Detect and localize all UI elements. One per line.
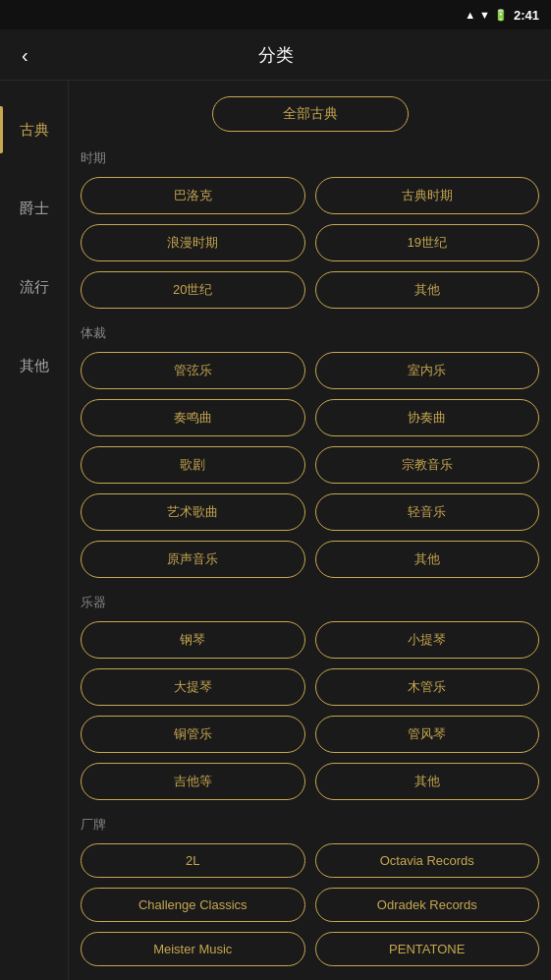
section-period-label: 时期 (81, 149, 539, 167)
wifi-icon: ▼ (479, 9, 490, 21)
header: ‹ 分类 (0, 29, 551, 81)
period-grid: 巴洛克 古典时期 浪漫时期 19世纪 20世纪 其他 (81, 177, 539, 309)
btn-romantic[interactable]: 浪漫时期 (81, 224, 305, 261)
btn-instrument-other[interactable]: 其他 (315, 763, 540, 800)
all-classics-button[interactable]: 全部古典 (212, 96, 409, 132)
page-title: 分类 (258, 43, 294, 67)
status-time: 2:41 (514, 8, 539, 23)
btn-classical-period[interactable]: 古典时期 (315, 177, 540, 214)
btn-violin[interactable]: 小提琴 (315, 621, 540, 659)
back-button[interactable]: ‹ (14, 39, 36, 70)
btn-octavia[interactable]: Octavia Records (315, 843, 540, 878)
main-content: 全部古典 时期 巴洛克 古典时期 浪漫时期 19世纪 20世纪 其他 体裁 管弦… (69, 81, 551, 980)
btn-religious[interactable]: 宗教音乐 (315, 446, 540, 484)
btn-orchestra[interactable]: 管弦乐 (81, 352, 305, 389)
btn-brass[interactable]: 铜管乐 (81, 716, 305, 753)
main-layout: 古典 爵士 流行 其他 全部古典 时期 巴洛克 古典时期 浪漫时期 19世纪 2… (0, 81, 551, 980)
signal-icon: ▲ (465, 9, 475, 21)
section-genre: 体裁 管弦乐 室内乐 奏鸣曲 协奏曲 歌剧 宗教音乐 艺术歌曲 轻音乐 原声音乐… (81, 324, 539, 578)
btn-2l[interactable]: 2L (81, 843, 305, 878)
btn-meister[interactable]: Meister Music (81, 932, 305, 966)
btn-19century[interactable]: 19世纪 (315, 224, 540, 261)
genre-grid: 管弦乐 室内乐 奏鸣曲 协奏曲 歌剧 宗教音乐 艺术歌曲 轻音乐 原声音乐 其他 (81, 352, 539, 578)
btn-odradek[interactable]: Odradek Records (315, 888, 540, 922)
section-label: 厂牌 2L Octavia Records Challenge Classics… (81, 816, 539, 966)
sidebar-item-pop[interactable]: 流行 (0, 248, 68, 326)
btn-piano[interactable]: 钢琴 (81, 621, 305, 659)
all-button-wrap: 全部古典 (81, 96, 539, 132)
btn-opera[interactable]: 歌剧 (81, 446, 305, 484)
btn-light-music[interactable]: 轻音乐 (315, 493, 540, 531)
sidebar-label-other: 其他 (20, 357, 49, 375)
btn-guitar[interactable]: 吉他等 (81, 763, 305, 800)
battery-icon: 🔋 (494, 9, 508, 22)
instrument-grid: 钢琴 小提琴 大提琴 木管乐 铜管乐 管风琴 吉他等 其他 (81, 621, 539, 800)
section-instrument: 乐器 钢琴 小提琴 大提琴 木管乐 铜管乐 管风琴 吉他等 其他 (81, 594, 539, 800)
section-label-label: 厂牌 (81, 816, 539, 834)
btn-genre-other[interactable]: 其他 (315, 541, 540, 578)
btn-challenge-classics[interactable]: Challenge Classics (81, 888, 305, 922)
status-bar: ▲ ▼ 🔋 2:41 (0, 0, 551, 29)
btn-pentatone[interactable]: PENTATONE (315, 932, 540, 966)
btn-20century[interactable]: 20世纪 (81, 271, 305, 309)
btn-cello[interactable]: 大提琴 (81, 668, 305, 706)
btn-organ[interactable]: 管风琴 (315, 716, 540, 753)
btn-woodwind[interactable]: 木管乐 (315, 668, 540, 706)
sidebar-label-classical: 古典 (20, 121, 49, 140)
btn-acoustic[interactable]: 原声音乐 (81, 541, 305, 578)
status-icons: ▲ ▼ 🔋 (465, 9, 508, 22)
btn-period-other[interactable]: 其他 (315, 271, 540, 309)
sidebar-item-classical[interactable]: 古典 (0, 90, 68, 169)
sidebar: 古典 爵士 流行 其他 (0, 81, 69, 980)
btn-sonata[interactable]: 奏鸣曲 (81, 399, 305, 436)
section-instrument-label: 乐器 (81, 594, 539, 611)
section-genre-label: 体裁 (81, 324, 539, 342)
btn-art-song[interactable]: 艺术歌曲 (81, 493, 305, 531)
sidebar-item-other[interactable]: 其他 (0, 326, 68, 405)
btn-baroque[interactable]: 巴洛克 (81, 177, 305, 214)
section-period: 时期 巴洛克 古典时期 浪漫时期 19世纪 20世纪 其他 (81, 149, 539, 309)
btn-concerto[interactable]: 协奏曲 (315, 399, 540, 436)
sidebar-label-pop: 流行 (20, 278, 49, 297)
btn-chamber[interactable]: 室内乐 (315, 352, 540, 389)
label-grid: 2L Octavia Records Challenge Classics Od… (81, 843, 539, 966)
sidebar-item-jazz[interactable]: 爵士 (0, 169, 68, 248)
sidebar-label-jazz: 爵士 (20, 200, 49, 218)
